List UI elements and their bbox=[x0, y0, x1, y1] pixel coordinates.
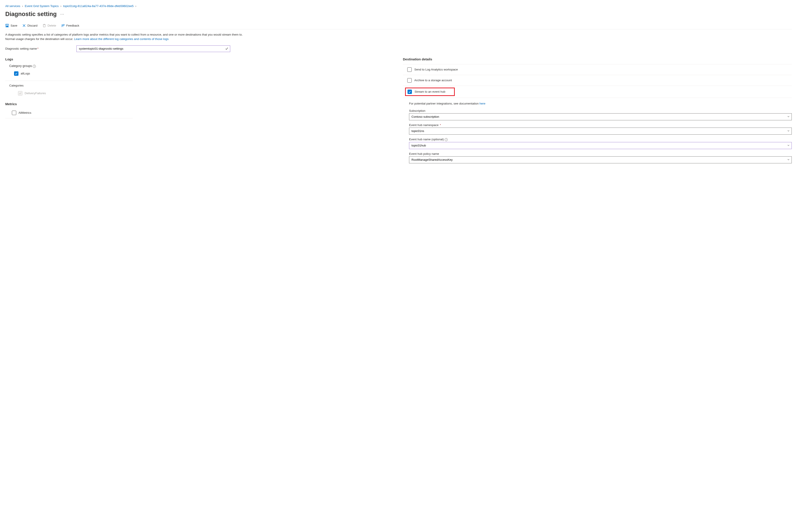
checkmark-icon bbox=[225, 47, 228, 51]
hubname-label: Event hub name (optional) i bbox=[409, 138, 792, 141]
page-title: Diagnostic setting bbox=[5, 11, 57, 18]
svg-rect-1 bbox=[6, 24, 8, 25]
event-hub-highlight: Stream to an event hub bbox=[405, 88, 455, 96]
namespace-label: Event hub namespace * bbox=[409, 124, 792, 127]
close-icon bbox=[22, 24, 26, 27]
svg-rect-2 bbox=[6, 26, 8, 27]
breadcrumb: All services › Event Grid System Topics … bbox=[5, 4, 792, 8]
subscription-label: Subscription bbox=[409, 109, 792, 112]
metrics-heading: Metrics bbox=[5, 102, 394, 106]
breadcrumb-item-all-services[interactable]: All services bbox=[5, 4, 20, 8]
all-logs-label: allLogs bbox=[21, 72, 30, 75]
log-analytics-checkbox[interactable] bbox=[407, 68, 412, 72]
save-label: Save bbox=[11, 24, 17, 27]
policy-select[interactable]: RootManageSharedAccessKey bbox=[409, 156, 792, 163]
info-icon[interactable]: i bbox=[33, 65, 36, 68]
breadcrumb-item-event-grid-system-topics[interactable]: Event Grid System Topics bbox=[25, 4, 59, 8]
hubname-select[interactable]: topic01hub bbox=[409, 142, 792, 149]
page-title-row: Diagnostic setting ⋯ bbox=[5, 11, 792, 18]
description-text: A diagnostic setting specifies a list of… bbox=[5, 33, 251, 41]
chevron-down-icon bbox=[787, 129, 790, 133]
required-asterisk: * bbox=[37, 47, 38, 50]
diagnostic-setting-name-row: Diagnostic setting name* bbox=[5, 45, 792, 52]
namespace-select[interactable]: topic01ns bbox=[409, 128, 792, 135]
svg-point-8 bbox=[62, 24, 63, 26]
learn-more-link[interactable]: Learn more about the different log categ… bbox=[74, 37, 169, 41]
more-actions-button[interactable]: ⋯ bbox=[60, 12, 64, 17]
info-icon[interactable]: i bbox=[445, 138, 448, 141]
event-hub-label: Stream to an event hub bbox=[414, 90, 445, 93]
archive-storage-checkbox[interactable] bbox=[407, 78, 412, 82]
breadcrumb-item-topic[interactable]: topic01stg-811a624a-8a77-437e-89de-dfeb5… bbox=[63, 4, 134, 8]
required-asterisk: * bbox=[439, 124, 441, 127]
feedback-label: Feedback bbox=[66, 24, 79, 27]
log-analytics-label: Send to Log Analytics workspace bbox=[414, 68, 458, 71]
save-button[interactable]: Save bbox=[5, 24, 17, 27]
diagnostic-setting-name-label: Diagnostic setting name* bbox=[5, 47, 71, 50]
all-logs-checkbox[interactable] bbox=[14, 71, 18, 76]
svg-rect-5 bbox=[43, 24, 45, 27]
chevron-right-icon: › bbox=[135, 4, 137, 8]
delete-button: Delete bbox=[42, 24, 56, 27]
trash-icon bbox=[42, 24, 46, 27]
feedback-button[interactable]: Feedback bbox=[61, 24, 79, 27]
all-metrics-checkbox[interactable] bbox=[12, 111, 16, 115]
chevron-right-icon: › bbox=[60, 4, 62, 8]
discard-button[interactable]: Discard bbox=[22, 24, 38, 27]
delivery-failures-checkbox bbox=[18, 91, 22, 96]
save-icon bbox=[5, 24, 9, 27]
archive-storage-label: Archive to a storage account bbox=[414, 79, 452, 82]
delete-label: Delete bbox=[48, 24, 56, 27]
logs-heading: Logs bbox=[5, 57, 394, 61]
chevron-right-icon: › bbox=[21, 4, 23, 8]
delivery-failures-label: DeliveryFailures bbox=[24, 92, 46, 95]
chevron-down-icon bbox=[787, 144, 790, 148]
partner-integration-text: For potential partner integrations, see … bbox=[409, 102, 792, 105]
policy-label: Event hub policy name bbox=[409, 152, 792, 155]
event-hub-checkbox[interactable] bbox=[408, 90, 412, 94]
person-feedback-icon bbox=[61, 24, 65, 27]
partner-docs-link[interactable]: here bbox=[479, 102, 485, 105]
destination-details-heading: Destination details bbox=[403, 57, 792, 61]
categories-label: Categories bbox=[9, 84, 133, 87]
chevron-down-icon bbox=[787, 115, 790, 119]
subscription-select[interactable]: Contoso subscription bbox=[409, 113, 792, 120]
chevron-down-icon bbox=[787, 158, 790, 162]
all-metrics-label: AllMetrics bbox=[18, 111, 32, 114]
toolbar: Save Discard Delete Feedback bbox=[5, 24, 792, 30]
diagnostic-setting-name-input[interactable] bbox=[76, 45, 230, 52]
discard-label: Discard bbox=[27, 24, 38, 27]
category-groups-label: Category groups i bbox=[5, 64, 394, 68]
